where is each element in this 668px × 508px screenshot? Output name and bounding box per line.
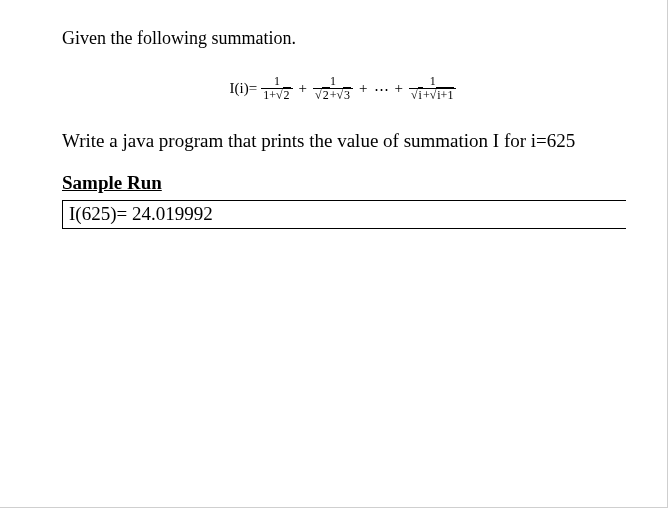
termi-den-sqrt-right: i+1 [430,89,455,102]
formula-term-2: 1 2+3 [313,75,353,102]
plus-2: + [359,80,367,97]
formula-term-1: 1 1+2 [261,75,292,102]
ellipsis: ⋯ [374,80,389,98]
term1-den-sqrt-radicand: 2 [283,87,291,102]
formula-lhs: I(i)= [230,80,258,97]
sample-output-text: I(625)= 24.019992 [69,203,213,224]
term1-den-left: 1 [263,88,269,102]
termi-den-sqrt-left-radicand: i [418,87,423,102]
sample-output-box: I(625)= 24.019992 [62,200,626,229]
plus-3: + [395,80,403,97]
term1-den-sqrt: 2 [276,89,291,102]
term1-numerator: 1 [272,75,282,88]
termi-den-sqrt-right-radicand: i+1 [436,87,454,102]
problem-intro: Given the following summation. [62,28,626,49]
term2-den-sqrt-left: 2 [315,89,330,102]
termi-denominator: i+i+1 [409,88,456,102]
term1-denominator: 1+2 [261,88,292,102]
term2-denominator: 2+3 [313,88,353,102]
term2-den-sqrt-right-radicand: 3 [343,87,351,102]
formula-term-i: 1 i+i+1 [409,75,456,102]
termi-den-sqrt-left: i [411,89,423,102]
task-statement: Write a java program that prints the val… [62,130,626,152]
formula: I(i)= 1 1+2 + 1 2+3 + ⋯ + 1 i+i+1 [62,75,626,102]
term2-den-sqrt-right: 3 [336,89,351,102]
plus-1: + [299,80,307,97]
term2-den-sqrt-left-radicand: 2 [322,87,330,102]
sample-run-heading: Sample Run [62,172,626,194]
